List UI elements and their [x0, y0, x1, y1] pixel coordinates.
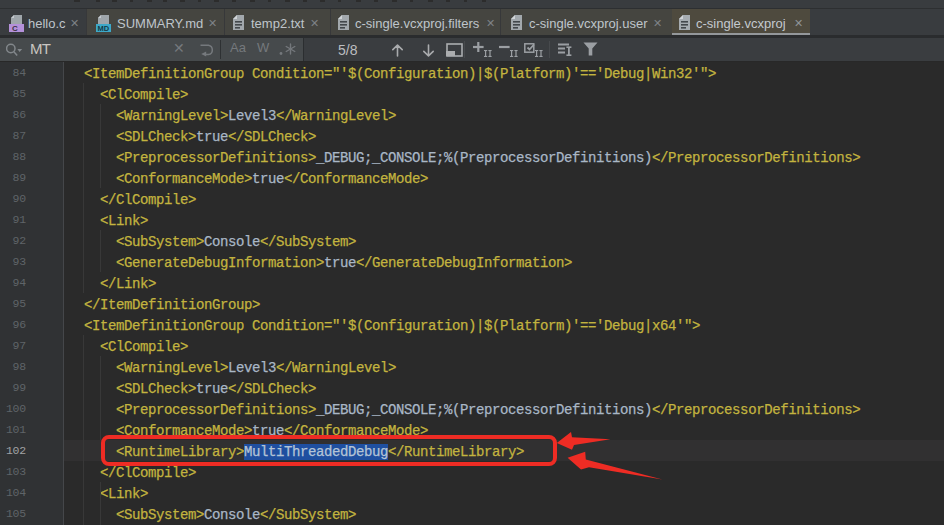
- svg-text:C: C: [12, 24, 18, 33]
- svg-text:MD: MD: [98, 24, 110, 33]
